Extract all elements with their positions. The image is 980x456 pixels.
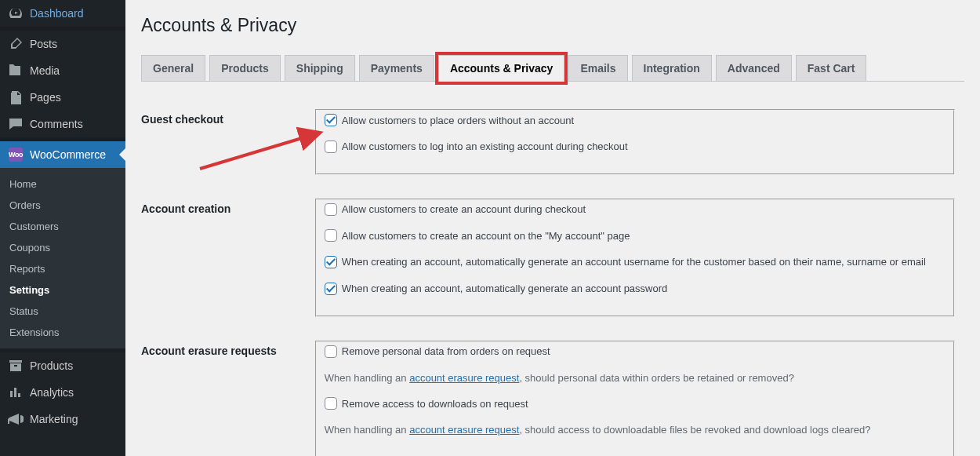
mega-icon xyxy=(8,411,24,427)
page-title: Accounts & Privacy xyxy=(141,8,964,39)
erasure-link-1[interactable]: account erasure request xyxy=(409,372,519,384)
guest-checkout-opt1-label: Allow customers to place orders without … xyxy=(342,115,574,126)
guest-checkout-row: Guest checkout Allow customers to place … xyxy=(141,97,964,187)
account-creation-opt4-checkbox[interactable] xyxy=(325,283,337,295)
bar-icon xyxy=(8,385,24,400)
erasure-opt2[interactable]: Remove access to downloads on request xyxy=(325,398,946,410)
woo-icon: Woo xyxy=(8,147,24,162)
submenu-item-reports[interactable]: Reports xyxy=(0,258,125,279)
account-creation-row: Account creation Allow customers to crea… xyxy=(141,187,964,329)
settings-form: Guest checkout Allow customers to place … xyxy=(141,97,964,456)
account-creation-opt3-checkbox[interactable] xyxy=(325,256,337,268)
erasure-opt2-checkbox[interactable] xyxy=(325,397,337,410)
submenu-item-settings[interactable]: Settings xyxy=(0,279,125,301)
sidebar-item-products[interactable]: Products xyxy=(0,352,125,379)
erasure-desc1: When handling an account erasure request… xyxy=(325,372,946,384)
account-creation-opt2[interactable]: Allow customers to create an account on … xyxy=(325,230,946,243)
sidebar-item-pages[interactable]: Pages xyxy=(0,84,125,111)
erasure-desc2: When handling an account erasure request… xyxy=(325,424,946,436)
settings-tabs: GeneralProductsShippingPaymentsAccounts … xyxy=(141,55,964,82)
guest-checkout-opt2-label: Allow customers to log into an existing … xyxy=(342,140,628,152)
sidebar-item-media[interactable]: Media xyxy=(0,57,125,84)
sidebar-item-comments[interactable]: Comments xyxy=(0,111,125,137)
chat-icon xyxy=(8,116,24,132)
account-creation-opt1[interactable]: Allow customers to create an account dur… xyxy=(325,203,946,216)
tab-payments[interactable]: Payments xyxy=(359,55,434,81)
erasure-row: Account erasure requests Remove personal… xyxy=(141,329,964,456)
erasure-opt1[interactable]: Remove personal data from orders on requ… xyxy=(325,345,946,358)
page-icon xyxy=(8,89,24,105)
submenu-item-coupons[interactable]: Coupons xyxy=(0,237,125,258)
tab-advanced[interactable]: Advanced xyxy=(716,55,792,81)
submenu-item-extensions[interactable]: Extensions xyxy=(0,322,125,343)
main-content: Accounts & Privacy GeneralProductsShippi… xyxy=(125,0,980,456)
submenu-item-home[interactable]: Home xyxy=(0,173,125,195)
media-icon xyxy=(8,63,24,78)
tab-emails[interactable]: Emails xyxy=(568,55,627,81)
sidebar-item-marketing[interactable]: Marketing xyxy=(0,406,125,432)
account-creation-opt1-checkbox[interactable] xyxy=(325,203,337,216)
guest-checkout-opt1-checkbox[interactable] xyxy=(325,114,337,126)
sidebar-item-woocommerce[interactable]: WooWooCommerce xyxy=(0,141,125,168)
account-creation-opt3[interactable]: When creating an account, automatically … xyxy=(325,256,946,268)
tab-integration[interactable]: Integration xyxy=(632,55,712,81)
guest-checkout-heading: Guest checkout xyxy=(141,97,306,187)
sidebar-item-posts[interactable]: Posts xyxy=(0,31,125,57)
tab-fast-cart[interactable]: Fast Cart xyxy=(796,55,867,81)
tab-general[interactable]: General xyxy=(141,55,205,81)
guest-checkout-opt1[interactable]: Allow customers to place orders without … xyxy=(325,115,946,127)
account-creation-heading: Account creation xyxy=(141,187,306,329)
erasure-opt1-checkbox[interactable] xyxy=(325,345,337,358)
account-creation-opt4[interactable]: When creating an account, automatically … xyxy=(325,283,946,295)
tab-shipping[interactable]: Shipping xyxy=(285,55,355,81)
guest-checkout-opt2-checkbox[interactable] xyxy=(325,140,337,153)
account-creation-opt2-checkbox[interactable] xyxy=(325,229,337,242)
erasure-heading: Account erasure requests xyxy=(141,329,306,456)
archive-icon xyxy=(8,358,24,374)
woocommerce-submenu: HomeOrdersCustomersCouponsReportsSetting… xyxy=(0,168,125,348)
tab-products[interactable]: Products xyxy=(209,55,281,81)
tab-accounts-privacy[interactable]: Accounts & Privacy xyxy=(438,55,565,82)
erasure-link-2[interactable]: account erasure request xyxy=(409,424,519,436)
submenu-item-status[interactable]: Status xyxy=(0,301,125,322)
speed-icon xyxy=(8,5,24,21)
sidebar-item-analytics[interactable]: Analytics xyxy=(0,379,125,406)
sidebar-item-dashboard[interactable]: Dashboard xyxy=(0,0,125,27)
admin-sidebar: DashboardPostsMediaPagesCommentsWooWooCo… xyxy=(0,0,125,456)
pin-icon xyxy=(8,36,24,52)
submenu-item-customers[interactable]: Customers xyxy=(0,216,125,237)
guest-checkout-opt2[interactable]: Allow customers to log into an existing … xyxy=(325,140,946,153)
submenu-item-orders[interactable]: Orders xyxy=(0,195,125,216)
